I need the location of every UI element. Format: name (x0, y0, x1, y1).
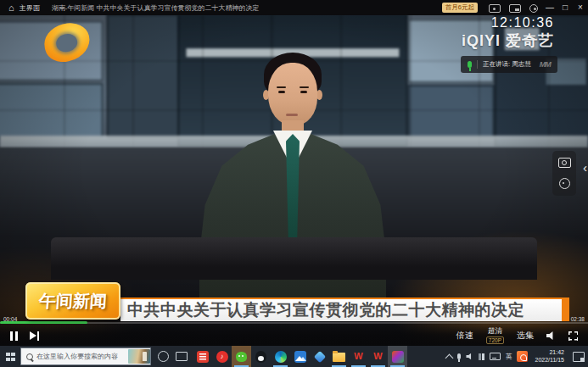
player-control-bar: 倍速 超清 720P 选集 (0, 325, 588, 346)
window-titlebar: ⌂ 主界面 湖南-午间新闻 中共中央关于认真学习宣传贯彻党的二十大精神的决定 首… (0, 0, 588, 15)
meeting-app-logo-icon: MM (540, 60, 551, 69)
tray-app-icon[interactable] (517, 351, 528, 362)
tray-overflow-chevron-icon[interactable] (445, 353, 454, 362)
home-button[interactable]: 主界面 (20, 3, 40, 13)
start-button[interactable] (0, 346, 20, 367)
home-icon[interactable]: ⌂ (8, 0, 14, 15)
microphone-icon (468, 61, 472, 68)
taskbar-app-diamond[interactable] (310, 346, 329, 367)
photos-app-icon (294, 351, 306, 363)
news-desk (51, 237, 537, 280)
cast-icon[interactable] (489, 4, 501, 13)
wps-icon: W (354, 352, 362, 361)
ticker-orange-cap (562, 297, 569, 321)
quality-value: 720P (486, 336, 504, 344)
input-language-indicator[interactable]: 英 (506, 353, 512, 361)
tray-network-icon[interactable] (482, 353, 484, 360)
taskbar-file-explorer[interactable] (329, 346, 349, 367)
program-logo-text: 午间新闻 (38, 290, 108, 313)
promo-badge[interactable]: 首月6元起 (442, 3, 478, 13)
search-input[interactable] (36, 353, 118, 360)
taskbar-app-docs[interactable] (193, 346, 212, 367)
office-app-icon (392, 351, 404, 363)
broadcast-clock: 12:10:36 (491, 15, 554, 31)
settings-gear-icon[interactable] (529, 4, 538, 13)
taskbar-app-wechat[interactable] (232, 346, 251, 367)
clock-date: 2022/11/15 (535, 357, 564, 364)
docs-app-icon (197, 351, 209, 363)
tray-touch-keyboard-icon[interactable] (490, 353, 501, 360)
music-app-icon: ♪ (216, 351, 228, 363)
program-logo: 午间新闻 (25, 282, 120, 320)
tray-microphone-icon[interactable] (457, 353, 461, 359)
mini-window-icon[interactable] (509, 4, 521, 13)
collapse-panel-chevron-icon[interactable]: ‹ (583, 161, 587, 174)
quality-button[interactable]: 超清 720P (486, 327, 504, 343)
screenshot-camera-icon[interactable] (558, 158, 571, 168)
badge-icon[interactable] (559, 178, 570, 189)
iqiyi-watermark: iQIYI 爱奇艺 (462, 31, 554, 51)
taskbar-app-photos[interactable] (290, 346, 310, 367)
windows-logo-icon (6, 353, 10, 357)
task-view-icon[interactable] (176, 352, 188, 361)
edge-browser-icon (275, 351, 287, 363)
taskbar-app-wps-2[interactable]: W (368, 346, 388, 367)
minimize-button[interactable]: — (542, 0, 557, 15)
taskbar-app-qq[interactable] (251, 346, 271, 367)
progress-track[interactable] (0, 322, 588, 324)
playback-speed-button[interactable]: 倍速 (456, 330, 473, 342)
file-explorer-icon (333, 353, 345, 362)
clock-time: 21:42 (549, 349, 564, 357)
action-center-icon[interactable] (573, 352, 585, 362)
speaking-indicator-text: 正在讲话: 周志慧 (483, 60, 531, 69)
tray-volume-icon[interactable] (466, 353, 473, 360)
news-ticker: 中共中央关于认真学习宣传贯彻党的二十大精神的决定 (120, 297, 562, 321)
taskbar-app-music[interactable]: ♪ (212, 346, 232, 367)
video-surface[interactable]: 12:10:36 iQIYI 爱奇艺 正在讲话: 周志慧 MM ‹ 午间新闻 中… (0, 15, 588, 346)
quality-label: 超清 (488, 327, 502, 335)
speaking-indicator-pill: 正在讲话: 周志慧 MM (461, 56, 557, 73)
taskbar-clock[interactable]: 21:42 2022/11/15 (533, 349, 566, 364)
taskbar-app-wps-1[interactable]: W (349, 346, 368, 367)
wechat-icon (236, 352, 247, 362)
maximize-button[interactable]: □ (557, 0, 573, 15)
progress-fill[interactable] (0, 321, 87, 324)
window-title: 湖南-午间新闻 中共中央关于认真学习宣传贯彻党的二十大精神的决定 (52, 3, 442, 13)
total-duration: 02:38 (571, 316, 585, 322)
windows-taskbar: ♪ W W 英 21:42 2022/11/15 (0, 346, 588, 367)
episodes-button[interactable]: 选集 (517, 330, 534, 342)
side-toolbar (552, 151, 576, 196)
anchor-face (268, 63, 317, 125)
taskbar-app-edge[interactable] (271, 346, 290, 367)
taskbar-search-box[interactable] (20, 348, 151, 365)
system-tray: 英 21:42 2022/11/15 (446, 349, 588, 364)
taskbar-app-office[interactable] (388, 346, 407, 367)
search-daily-image[interactable] (128, 349, 150, 364)
volume-icon[interactable] (546, 331, 557, 341)
search-icon (26, 353, 33, 360)
close-button[interactable]: × (573, 0, 588, 15)
wps-icon: W (373, 352, 382, 361)
next-episode-button[interactable] (30, 331, 36, 340)
fullscreen-icon[interactable] (568, 331, 578, 341)
news-ticker-text: 中共中央关于认真学习宣传贯彻党的二十大精神的决定 (120, 299, 524, 321)
qq-icon (255, 351, 266, 363)
iqiyi-player-window: ⌂ 主界面 湖南-午间新闻 中共中央关于认真学习宣传贯彻党的二十大精神的决定 首… (0, 0, 588, 367)
cortana-icon[interactable] (158, 351, 169, 362)
pause-button[interactable] (10, 331, 13, 341)
diamond-app-icon (313, 350, 325, 362)
